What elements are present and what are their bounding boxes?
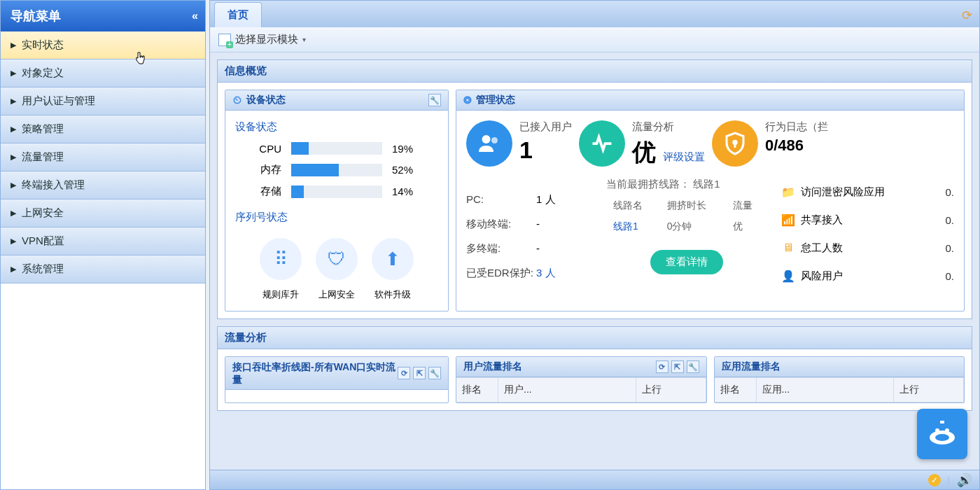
app-rank-card: 应用流量排名 排名 应用... 上行 — [714, 356, 965, 403]
toolbar-label: 选择显示模块 — [235, 33, 298, 46]
select-module-button[interactable]: 选择显示模块 ▾ — [218, 33, 306, 46]
nav-label: 策略管理 — [22, 122, 64, 136]
card-title: 接口吞吐率折线图-所有WAN口实时流量 — [232, 360, 398, 386]
main: 首页 ⟳ 选择显示模块 ▾ 信息概览 ⏲ — [209, 0, 980, 490]
assistant-avatar[interactable] — [917, 409, 967, 459]
refresh-icon[interactable]: ⟳ — [962, 8, 972, 23]
nav-item-system[interactable]: ▶系统管理 — [1, 255, 205, 284]
content: 信息概览 ⏲ 设备状态 🔧 设备状态 — [210, 52, 979, 470]
tab-bar: 首页 ⟳ — [210, 1, 979, 27]
user-icon: 👤 — [781, 269, 795, 283]
footer: ✓ | 🔊 — [210, 470, 979, 489]
users-value: 1 — [519, 136, 572, 164]
device-status-card: ⏲ 设备状态 🔧 设备状态 CPU 19% — [225, 90, 449, 312]
nav-item-vpn[interactable]: ▶VPN配置 — [1, 227, 205, 255]
shield-warn-icon — [712, 120, 758, 167]
gauge-icon: ⏲ — [232, 94, 242, 106]
serial-section-label: 序列号状态 — [235, 211, 438, 224]
globe-icon: ❂ — [463, 94, 472, 106]
wifi-icon: 📶 — [781, 213, 795, 227]
chevron-right-icon: ▶ — [10, 265, 16, 274]
nav-item-userauth[interactable]: ▶用户认证与管理 — [1, 88, 205, 115]
collapse-icon[interactable]: « — [192, 10, 195, 22]
svg-point-2 — [734, 141, 737, 144]
nav-label: 流量管理 — [22, 150, 64, 164]
traffic-value: 优 — [632, 136, 656, 169]
software-upgrade-button[interactable]: ⬆ 软件升级 — [372, 238, 414, 301]
sidebar-title: 导航菜单 — [10, 8, 61, 24]
nav-item-security[interactable]: ▶上网安全 — [1, 200, 205, 227]
device-section-label: 设备状态 — [235, 120, 438, 134]
chevron-right-icon: ▶ — [10, 181, 16, 190]
section-title: 信息概览 — [218, 60, 972, 83]
nav-item-terminal[interactable]: ▶终端接入管理 — [1, 172, 205, 200]
svg-point-0 — [482, 135, 491, 144]
svg-point-7 — [945, 428, 949, 433]
management-status-card: ❂ 管理状态 已接入用户 1 — [456, 90, 965, 312]
nav-label: 系统管理 — [22, 262, 64, 276]
card-title: 应用流量排名 — [722, 360, 780, 373]
monitor-icon: 🖥 — [781, 241, 795, 255]
metric-cpu: CPU 19% — [235, 142, 438, 155]
sidebar-header: 导航菜单 « — [1, 1, 205, 31]
nav-item-realtime[interactable]: ▶实时状态 — [1, 31, 205, 59]
nav-item-object[interactable]: ▶对象定义 — [1, 59, 205, 88]
sidebar: 导航菜单 « ▶实时状态 ▶对象定义 ▶用户认证与管理 ▶策略管理 ▶流量管理 … — [0, 0, 206, 490]
view-details-button[interactable]: 查看详情 — [650, 250, 723, 274]
refresh-icon[interactable]: ⟳ — [398, 367, 410, 379]
metric-mem: 内存 52% — [235, 163, 438, 176]
upload-icon: ⬆ — [372, 238, 414, 280]
wrench-icon[interactable]: 🔧 — [687, 360, 699, 373]
table-header: 排名 用户... 上行 — [456, 377, 706, 402]
users-icon — [466, 120, 512, 167]
popout-icon[interactable]: ⇱ — [413, 367, 426, 379]
card-title: 管理状态 — [476, 94, 515, 106]
section-title: 流量分析 — [218, 327, 972, 349]
pulse-icon — [579, 120, 625, 167]
traffic-section: 流量分析 接口吞吐率折线图-所有WAN口实时流量 ⟳ ⇱ 🔧 — [217, 326, 972, 411]
folder-icon: 📁 — [781, 185, 795, 199]
nav-label: 用户认证与管理 — [22, 94, 95, 108]
status-badge-icon[interactable]: ✓ — [928, 474, 941, 486]
metric-storage: 存储 14% — [235, 185, 438, 198]
svg-rect-8 — [940, 421, 944, 424]
nav-label: VPN配置 — [22, 234, 64, 248]
card-title: 用户流量排名 — [463, 360, 522, 373]
toolbar: 选择显示模块 ▾ — [210, 27, 979, 52]
nav-item-traffic[interactable]: ▶流量管理 — [1, 144, 205, 172]
chevron-right-icon: ▶ — [10, 209, 16, 218]
nav-item-policy[interactable]: ▶策略管理 — [1, 115, 205, 144]
table-header: 排名 应用... 上行 — [715, 377, 965, 402]
user-rank-card: 用户流量排名 ⟳ ⇱ 🔧 排名 用户... 上行 — [456, 356, 707, 403]
speaker-icon[interactable]: 🔊 — [957, 472, 972, 488]
card-title: 设备状态 — [246, 94, 286, 106]
nav-label: 上网安全 — [22, 206, 64, 220]
rating-settings-link[interactable]: 评级设置 — [663, 150, 705, 164]
tab-home[interactable]: 首页 — [214, 2, 262, 27]
shield-icon: 🛡 — [316, 238, 358, 280]
wrench-icon[interactable]: 🔧 — [428, 367, 441, 379]
wrench-icon[interactable]: 🔧 — [428, 94, 441, 106]
svg-point-6 — [935, 428, 939, 433]
nav-label: 对象定义 — [22, 66, 64, 80]
popout-icon[interactable]: ⇱ — [671, 360, 684, 373]
module-icon — [218, 34, 231, 46]
nav-label: 终端接入管理 — [22, 178, 85, 192]
nav-label: 实时状态 — [22, 38, 64, 52]
overview-section: 信息概览 ⏲ 设备状态 🔧 设备状态 — [217, 59, 972, 319]
chevron-right-icon: ▶ — [10, 97, 16, 106]
chevron-right-icon: ▶ — [10, 125, 16, 134]
line1-link[interactable]: 线路1 — [613, 220, 638, 232]
svg-point-5 — [935, 434, 949, 441]
chevron-down-icon: ▾ — [302, 36, 306, 43]
security-button[interactable]: 🛡 上网安全 — [316, 238, 358, 301]
log-value: 0/486 — [765, 136, 828, 155]
refresh-icon[interactable]: ⟳ — [656, 360, 668, 373]
grid-icon: ⠿ — [260, 238, 302, 280]
throughput-card: 接口吞吐率折线图-所有WAN口实时流量 ⟳ ⇱ 🔧 — [225, 356, 449, 403]
chevron-right-icon: ▶ — [10, 41, 16, 50]
chevron-right-icon: ▶ — [10, 153, 16, 162]
svg-point-1 — [491, 137, 498, 144]
rule-upgrade-button[interactable]: ⠿ 规则库升 — [260, 238, 302, 301]
chevron-right-icon: ▶ — [10, 69, 16, 78]
